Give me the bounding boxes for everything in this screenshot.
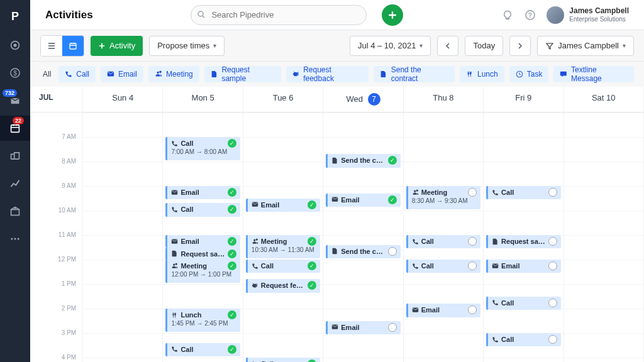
nav-insights[interactable] xyxy=(0,171,30,196)
calendar-grid[interactable]: Call7:00 AM → 8:00 AMEmailCallEmailReque… xyxy=(83,112,644,362)
calendar-event[interactable]: Meeting12:00 PM → 1:00 PM xyxy=(165,260,240,283)
email-icon xyxy=(252,201,258,208)
calendar-event[interactable]: Call xyxy=(486,297,560,310)
calendar-event[interactable]: Request sample xyxy=(165,248,240,260)
filter-chip-call[interactable]: Call xyxy=(58,66,96,82)
day-column[interactable]: Send the cont…EmailSend the cont…Email xyxy=(323,112,403,362)
filter-chip-task[interactable]: Task xyxy=(509,66,549,82)
quick-add-button[interactable] xyxy=(382,4,403,26)
user-menu[interactable]: James Campbell Enterprise Solutions xyxy=(547,6,629,24)
filter-all[interactable]: All xyxy=(40,70,53,79)
nav-mail[interactable]: 732 xyxy=(0,88,30,113)
nav-target[interactable] xyxy=(0,33,30,58)
calendar-event[interactable]: Request sample xyxy=(486,235,560,248)
event-status-open[interactable] xyxy=(548,335,557,344)
calendar-event[interactable]: Email xyxy=(165,235,240,248)
nav-deals[interactable] xyxy=(0,60,30,85)
calendar-event[interactable]: Email xyxy=(486,260,560,273)
event-status-done[interactable] xyxy=(228,139,236,148)
calendar-event[interactable]: Call xyxy=(486,186,560,199)
filter-chip-request-sample[interactable]: Request sample xyxy=(204,66,281,82)
event-status-done[interactable] xyxy=(308,200,316,209)
calendar-event[interactable]: Call xyxy=(486,333,560,346)
event-status-done[interactable] xyxy=(308,261,316,270)
calendar-event[interactable]: Send the cont… xyxy=(326,245,400,258)
event-status-done[interactable] xyxy=(228,237,236,246)
calendar-event[interactable]: Meeting10:30 AM → 11:30 AM xyxy=(246,235,320,258)
calendar-event[interactable]: Email xyxy=(326,194,400,207)
event-status-done[interactable] xyxy=(228,261,236,270)
event-title: Email xyxy=(180,189,225,196)
filter-chip-send-the-contract[interactable]: Send the contract xyxy=(374,66,455,82)
event-status-done[interactable] xyxy=(308,359,316,362)
filter-chip-meeting[interactable]: Meeting xyxy=(148,66,199,82)
event-status-open[interactable] xyxy=(468,237,477,246)
event-status-open[interactable] xyxy=(548,188,557,197)
filter-chip-request-feedback[interactable]: Request feedback xyxy=(286,66,369,82)
event-status-done[interactable] xyxy=(228,310,236,319)
nav-more[interactable] xyxy=(0,226,30,251)
calendar-event[interactable]: Lunch1:45 PM → 2:45 PM xyxy=(165,309,240,332)
event-status-done[interactable] xyxy=(308,281,316,290)
filter-chip-lunch[interactable]: Lunch xyxy=(460,66,504,82)
event-status-open[interactable] xyxy=(388,247,397,256)
event-status-done[interactable] xyxy=(228,205,236,214)
event-status-open[interactable] xyxy=(468,305,477,314)
calendar-event[interactable]: Call xyxy=(165,343,240,356)
nav-contacts[interactable] xyxy=(0,143,30,168)
event-status-done[interactable] xyxy=(228,250,236,258)
calendar-event[interactable]: Call xyxy=(406,260,480,273)
calendar-event[interactable]: Send the cont… xyxy=(326,154,400,167)
day-column[interactable] xyxy=(564,112,644,362)
event-status-open[interactable] xyxy=(548,237,557,246)
calendar-event[interactable]: Call7:00 AM → 8:00 AM xyxy=(165,137,240,160)
date-range-picker[interactable]: Jul 4 – 10, 2021▾ xyxy=(350,36,431,56)
event-status-done[interactable] xyxy=(228,188,236,197)
pipedrive-logo[interactable]: P xyxy=(6,8,24,25)
calendar-event[interactable]: Call xyxy=(165,203,240,216)
event-status-open[interactable] xyxy=(548,299,557,307)
day-column[interactable]: CallRequest sampleEmailCallCall xyxy=(484,112,564,362)
event-status-open[interactable] xyxy=(548,261,557,270)
calendar-event[interactable]: Email xyxy=(406,304,480,317)
day-column[interactable]: EmailMeeting10:30 AM → 11:30 AMCallReque… xyxy=(243,112,323,362)
day-column[interactable] xyxy=(83,112,163,362)
left-sidebar: P 732 22 xyxy=(0,0,30,362)
event-status-done[interactable] xyxy=(228,345,236,354)
event-status-done[interactable] xyxy=(308,237,316,246)
calendar-event[interactable]: Email xyxy=(326,321,400,334)
filter-chip-textline-message[interactable]: Textline Message xyxy=(553,66,634,82)
calendar-event[interactable]: Email xyxy=(246,199,320,212)
help-icon[interactable] xyxy=(524,9,536,21)
calendar-event[interactable]: Call xyxy=(246,358,320,362)
filter-row: All CallEmailMeetingRequest sampleReques… xyxy=(30,62,644,87)
calendar-event[interactable]: Call xyxy=(246,260,320,273)
activities-badge: 22 xyxy=(13,117,24,124)
calendar-event[interactable]: Meeting8:30 AM → 9:30 AM xyxy=(406,186,480,209)
next-week-button[interactable] xyxy=(509,36,531,56)
day-column[interactable]: Meeting8:30 AM → 9:30 AMCallCallEmail xyxy=(404,112,484,362)
filter-chip-email[interactable]: Email xyxy=(101,66,143,82)
event-status-open[interactable] xyxy=(468,188,477,197)
prev-week-button[interactable] xyxy=(437,36,458,56)
nav-products[interactable] xyxy=(0,199,30,224)
user-filter-button[interactable]: James Campbell▾ xyxy=(537,36,634,56)
calendar-event[interactable]: Request feed… xyxy=(246,279,320,292)
event-status-done[interactable] xyxy=(388,195,397,204)
calendar-view-button[interactable] xyxy=(62,36,84,56)
assistant-icon[interactable] xyxy=(501,9,514,21)
today-button[interactable]: Today xyxy=(465,36,503,56)
event-status-done[interactable] xyxy=(388,156,397,165)
search-icon xyxy=(197,10,206,21)
calendar-event[interactable]: Email xyxy=(165,186,240,199)
day-column[interactable]: Call7:00 AM → 8:00 AMEmailCallEmailReque… xyxy=(163,112,243,362)
calendar-event[interactable]: Call xyxy=(406,235,480,248)
event-status-open[interactable] xyxy=(468,261,477,270)
event-status-open[interactable] xyxy=(388,323,397,332)
propose-times-button[interactable]: Propose times▾ xyxy=(149,36,225,56)
search-input[interactable] xyxy=(191,5,367,25)
nav-activities[interactable]: 22 xyxy=(0,116,30,141)
add-activity-button[interactable]: Activity xyxy=(91,36,143,56)
list-view-button[interactable] xyxy=(41,36,62,56)
call-icon xyxy=(171,140,178,147)
